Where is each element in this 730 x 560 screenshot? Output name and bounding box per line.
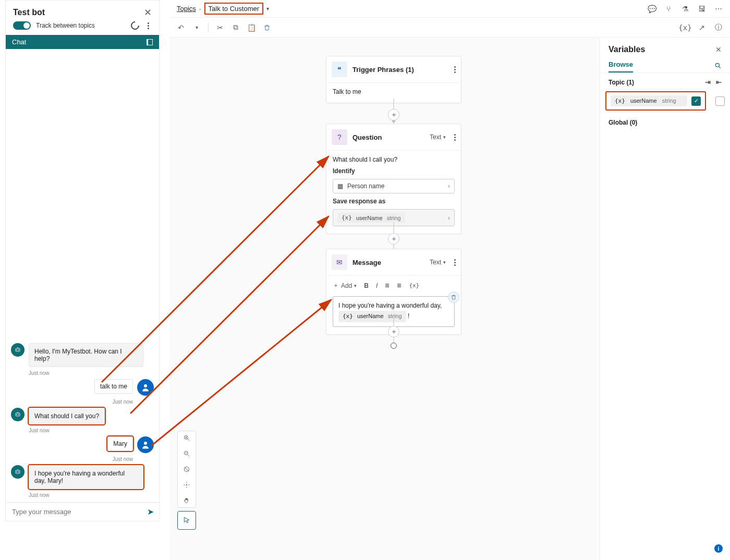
svg-point-10: [18, 471, 19, 472]
timestamp: Just now: [11, 399, 133, 405]
question-node[interactable]: ? Question Text▾ What should I call you?…: [326, 124, 461, 234]
select-tool-button[interactable]: [177, 511, 196, 530]
bot-message: Hello, I'm MyTestbot. How can I help?: [29, 343, 143, 367]
add-node-button[interactable]: ＋: [388, 326, 399, 337]
add-node-button[interactable]: ＋: [388, 109, 399, 120]
browse-tab[interactable]: Browse: [609, 60, 633, 72]
end-node: [391, 343, 397, 349]
message-suffix: !: [408, 312, 409, 320]
variable-icon: {x}: [615, 98, 625, 104]
import-icon[interactable]: ⇥: [705, 78, 711, 86]
paste-button[interactable]: 📋: [247, 23, 256, 32]
svg-point-7: [144, 442, 147, 445]
variable-type: string: [388, 312, 402, 321]
chat-area: Hello, I'm MyTestbot. How can I help? Ju…: [6, 49, 159, 502]
user-row: talk to me: [11, 379, 154, 396]
beaker-icon[interactable]: ⚗: [681, 5, 689, 13]
breadcrumb-separator: ›: [199, 6, 201, 12]
message-type[interactable]: Text▾: [430, 259, 446, 266]
variables-icon[interactable]: {x}: [681, 23, 689, 32]
list-button[interactable]: ≣: [385, 282, 390, 289]
comment-icon[interactable]: 💬: [648, 5, 656, 13]
breadcrumb-current[interactable]: Talk to Customer: [204, 3, 264, 15]
variable-name: userName: [630, 98, 657, 104]
question-prompt: What should I call you?: [333, 156, 455, 163]
zoom-in-button[interactable]: [183, 434, 190, 442]
variable-icon: {x}: [343, 312, 353, 321]
variable-type: string: [662, 98, 676, 104]
add-node-button[interactable]: ＋: [388, 233, 399, 245]
track-toggle[interactable]: [13, 21, 31, 30]
copy-button[interactable]: ⧉: [232, 23, 240, 32]
numbered-list-button[interactable]: ≣: [397, 282, 402, 289]
flag-icon[interactable]: [147, 39, 153, 45]
close-icon[interactable]: ✕: [144, 7, 152, 18]
svg-point-15: [715, 63, 719, 67]
zoom-controls: [177, 431, 196, 508]
cut-button[interactable]: ✂: [216, 23, 224, 32]
fit-button[interactable]: [183, 466, 190, 473]
message-icon: ✉: [332, 254, 347, 270]
message-input[interactable]: [11, 507, 143, 516]
close-icon[interactable]: ✕: [715, 45, 722, 54]
variable-type: string: [387, 215, 401, 221]
variable-receive-checkbox[interactable]: ✓: [691, 96, 701, 106]
export-icon[interactable]: ⇤: [716, 78, 722, 86]
refresh-icon[interactable]: [129, 20, 141, 32]
timestamp: Just now: [29, 428, 154, 433]
send-icon[interactable]: ➤: [147, 507, 154, 517]
more-icon[interactable]: [144, 22, 152, 29]
svg-point-6: [18, 414, 19, 415]
variable-row[interactable]: {x} userName string ✓: [605, 91, 706, 111]
svg-point-1: [17, 349, 17, 350]
breadcrumb: Topics › Talk to Customer ▾ 💬 ⑂ ⚗ 🖫 ⋯: [169, 0, 730, 18]
bot-row: I hope you're having a wonderful day, Ma…: [11, 465, 154, 489]
question-type[interactable]: Text▾: [430, 133, 446, 141]
topic-section: Topic (1) ⇥⇤: [600, 73, 730, 91]
variable-name: userName: [357, 312, 384, 321]
delete-variant-icon[interactable]: [448, 291, 459, 303]
add-element-button[interactable]: ＋ Add ▾: [333, 281, 357, 290]
insert-variable-button[interactable]: {x}: [409, 282, 419, 289]
chat-tab[interactable]: Chat: [6, 35, 159, 49]
breadcrumb-root[interactable]: Topics: [177, 5, 196, 13]
bot-avatar-icon: [11, 408, 25, 421]
pan-button[interactable]: [183, 497, 190, 504]
test-bot-title: Test bot: [13, 8, 45, 17]
svg-rect-0: [16, 348, 20, 351]
undo-button[interactable]: ↶: [177, 23, 185, 32]
more-icon[interactable]: ⋯: [714, 5, 723, 13]
bot-avatar-icon: [11, 465, 25, 479]
test-bot-options: Track between topics: [6, 21, 159, 35]
chat-input-row: ➤: [6, 502, 159, 521]
search-icon[interactable]: [714, 62, 722, 71]
bot-row: Hello, I'm MyTestbot. How can I help?: [11, 343, 154, 367]
bold-button[interactable]: B: [364, 282, 369, 289]
node-menu-icon[interactable]: [454, 259, 456, 266]
user-row: Mary: [11, 436, 154, 453]
chevron-down-icon[interactable]: ▾: [266, 6, 269, 11]
trigger-node[interactable]: ❝ Trigger Phrases (1) Talk to me: [326, 56, 461, 103]
timestamp: Just now: [29, 492, 154, 498]
delete-button[interactable]: [263, 23, 271, 32]
save-icon[interactable]: 🖫: [698, 5, 706, 13]
info-icon[interactable]: ⓘ: [714, 23, 723, 32]
node-menu-icon[interactable]: [454, 134, 456, 141]
bot-message: What should I call you?: [29, 408, 105, 424]
help-icon[interactable]: i: [714, 544, 723, 553]
identify-label: Identify: [333, 167, 455, 175]
timestamp: Just now: [11, 456, 133, 462]
node-menu-icon[interactable]: [454, 66, 456, 73]
center-button[interactable]: [183, 481, 190, 489]
zoom-out-button[interactable]: [183, 450, 190, 457]
user-avatar-icon: [137, 379, 154, 396]
export-icon[interactable]: ↗: [698, 23, 706, 32]
entity-icon: ▦: [337, 182, 343, 190]
identify-field[interactable]: ▦Person name ›: [333, 179, 455, 193]
bot-avatar-icon: [11, 343, 25, 357]
italic-button[interactable]: I: [376, 282, 378, 289]
branch-icon[interactable]: ⑂: [664, 5, 673, 13]
svg-point-9: [17, 471, 17, 472]
variable-return-checkbox[interactable]: [715, 96, 725, 106]
undo-caret[interactable]: ▾: [192, 23, 201, 32]
